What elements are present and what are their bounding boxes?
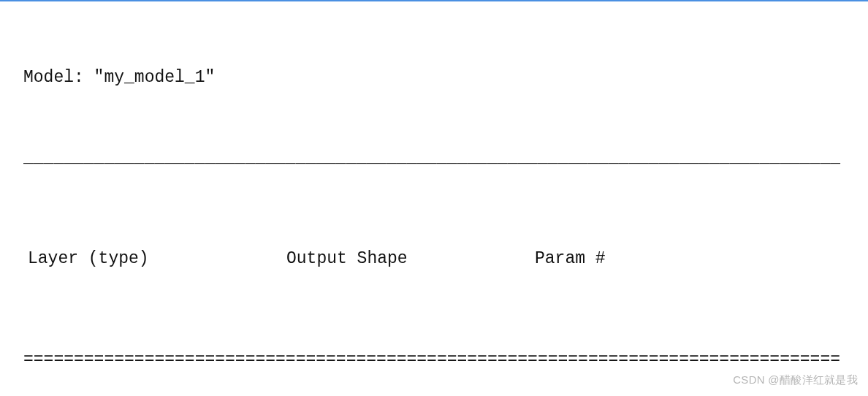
header-output-shape: Output Shape — [286, 246, 535, 272]
watermark-text: CSDN @醋酸洋红就是我 — [733, 373, 858, 387]
top-accent-bar — [0, 0, 868, 1]
summary-header-row: Layer (type) Output Shape Param # — [23, 246, 845, 272]
rule-underscore-top: ________________________________________… — [23, 145, 845, 171]
rule-equals-top: ========================================… — [23, 347, 845, 373]
header-layer: Layer (type) — [23, 246, 286, 272]
model-summary-output: Model: "my_model_1" ____________________… — [0, 0, 868, 396]
header-param: Param # — [535, 246, 845, 272]
model-name-line: Model: "my_model_1" — [23, 65, 845, 91]
